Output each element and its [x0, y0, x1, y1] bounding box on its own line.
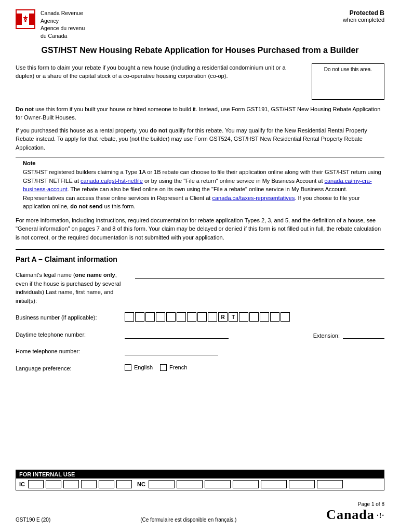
note-link1[interactable]: canada.ca/gst-hst-netfile [81, 178, 143, 184]
header-right: Protected B when completed [343, 9, 384, 23]
bn-box-6[interactable] [177, 312, 186, 322]
nc-box-4[interactable] [233, 480, 259, 488]
intro-para2-rest: use this form if you built your house or… [16, 106, 380, 121]
home-phone-input[interactable] [125, 346, 218, 355]
note-text: GST/HST registered builders claiming a T… [23, 168, 384, 211]
intro-para4: For more information, including instruct… [16, 216, 384, 242]
bn-box-5[interactable] [166, 312, 176, 322]
nc-label: NC [137, 481, 145, 487]
ic-label: IC [19, 481, 25, 487]
agency-fr: Agence du revenu du Canada [41, 24, 85, 39]
bn-box-t[interactable]: T [229, 312, 238, 322]
french-label: French [169, 364, 187, 370]
claimant-name-row: Claimant's legal name (one name only, ev… [16, 270, 384, 305]
daytime-phone-wrap [125, 329, 303, 339]
language-row: Language preference: English French [16, 363, 384, 373]
bn-box-2[interactable] [135, 312, 144, 322]
french-option: French [160, 364, 187, 371]
daytime-phone-label: Daytime telephone number: [16, 329, 119, 339]
para3-bold: do not [150, 127, 167, 134]
nc-box-7[interactable] [317, 480, 343, 488]
do-not-bold: Do not [16, 106, 34, 112]
bn-box-11[interactable] [239, 312, 248, 322]
footer-right: Page 1 of 8 Canada ·!· [326, 501, 384, 523]
extension-input[interactable] [343, 329, 384, 339]
intro-para1: Use this form to claim your rebate if yo… [16, 63, 304, 81]
extension-wrap: Extension: [313, 329, 384, 339]
note-text5: us this form. [102, 203, 135, 209]
claimant-name-label: Claimant's legal name (one name only, ev… [16, 270, 130, 305]
french-checkbox[interactable] [160, 364, 167, 371]
nc-box-6[interactable] [289, 480, 315, 488]
home-phone-field-area [125, 346, 384, 355]
business-number-field-area: R T [125, 312, 384, 322]
note-content: Note GST/HST registered builders claimin… [16, 160, 384, 211]
protected-label: Protected B [343, 9, 384, 17]
main-title: GST/HST New Housing Rebate Application f… [16, 45, 384, 56]
top-section: Use this form to claim your rebate if yo… [16, 63, 384, 100]
svg-rect-0 [17, 14, 22, 25]
internal-use-row: IC NC [16, 478, 384, 490]
extension-label: Extension: [313, 332, 340, 339]
intro-para3: If you purchased this house as a rental … [16, 126, 384, 152]
ic-box-2[interactable] [46, 480, 61, 488]
home-phone-label: Home telephone number: [16, 346, 119, 356]
ic-box-4[interactable] [81, 480, 97, 488]
english-option: English [125, 364, 153, 371]
language-options: English French [125, 363, 384, 371]
internal-use-header: FOR INTERNAL USE [16, 470, 384, 478]
bn-box-7[interactable] [187, 312, 196, 322]
canada-wordmark-dots: ·!· [375, 512, 384, 520]
note-link3[interactable]: canada.ca/taxes-representatives [212, 195, 295, 201]
protected-sub: when completed [343, 17, 384, 23]
bn-box-15[interactable] [281, 312, 290, 322]
home-phone-row: Home telephone number: [16, 346, 384, 356]
business-number-row: Business number (if applicable): R T [16, 312, 384, 322]
canada-wordmark: Canada ·!· [326, 507, 384, 523]
note-box: Note GST/HST registered builders claimin… [16, 157, 384, 211]
nc-box-3[interactable] [205, 480, 231, 488]
english-checkbox[interactable] [125, 364, 131, 371]
nc-box-1[interactable] [149, 480, 175, 488]
svg-rect-4 [25, 20, 26, 22]
ic-box-5[interactable] [99, 480, 114, 488]
part-a-title: Part A – Claimant information [16, 255, 384, 263]
bn-box-13[interactable] [260, 312, 269, 322]
bn-box-r[interactable]: R [218, 312, 228, 322]
svg-rect-2 [29, 14, 34, 25]
header: Canada Revenue Agency Agence du revenu d… [16, 9, 384, 40]
canada-flag-icon [16, 9, 35, 29]
english-label: English [134, 364, 153, 370]
ic-box-3[interactable] [63, 480, 79, 488]
ic-box-1[interactable] [28, 480, 44, 488]
nc-box-5[interactable] [261, 480, 287, 488]
business-number-boxes: R T [125, 312, 384, 322]
page: Canada Revenue Agency Agence du revenu d… [0, 0, 400, 532]
note-bold4: do not send [70, 203, 102, 209]
bn-box-12[interactable] [249, 312, 259, 322]
bn-box-8[interactable] [197, 312, 207, 322]
claimant-name-field-area [135, 270, 384, 279]
footer: GST190 E (20) (Ce formulaire est disponi… [16, 501, 384, 523]
bn-box-14[interactable] [270, 312, 279, 322]
do-not-use-box: Do not use this area. [312, 63, 384, 100]
agency-name: Canada Revenue Agency Agence du revenu d… [41, 9, 85, 40]
one-name-bold: one name only [75, 272, 115, 278]
nc-box-2[interactable] [177, 480, 203, 488]
claimant-name-input[interactable] [135, 270, 384, 279]
bn-box-1[interactable] [125, 312, 134, 322]
divider [16, 249, 384, 250]
intro-para2: Do not use this form if you built your h… [16, 105, 384, 122]
top-left: Use this form to claim your rebate if yo… [16, 63, 304, 100]
language-field-area: English French [125, 363, 384, 371]
header-left: Canada Revenue Agency Agence du revenu d… [16, 9, 85, 40]
bn-box-4[interactable] [156, 312, 165, 322]
bn-box-9[interactable] [208, 312, 217, 322]
daytime-phone-input[interactable] [125, 329, 229, 339]
agency-en: Canada Revenue Agency [41, 9, 85, 24]
bn-box-3[interactable] [145, 312, 155, 322]
ic-box-6[interactable] [116, 480, 132, 488]
phone-row: Extension: [125, 329, 384, 339]
note-title: Note [23, 160, 384, 166]
para3-main: If you purchased this house as a rental … [16, 127, 150, 134]
